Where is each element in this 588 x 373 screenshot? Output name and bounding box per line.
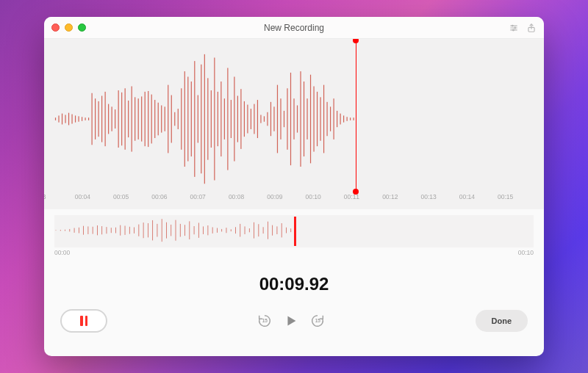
options-icon[interactable] <box>509 23 519 33</box>
controls-row: 15 15 Done <box>44 299 544 356</box>
svg-point-3 <box>512 25 513 26</box>
ruler-tick: 00:04 <box>75 193 90 200</box>
window-title: New Recording <box>44 23 544 33</box>
minimize-window-button[interactable] <box>65 23 73 32</box>
ruler-tick: 00:11 <box>344 193 359 200</box>
skip-forward-button[interactable]: 15 <box>309 313 326 329</box>
fullscreen-window-button[interactable] <box>78 23 86 32</box>
ruler-tick: 00:12 <box>382 193 398 200</box>
ruler-tick: 00:09 <box>267 193 282 200</box>
svg-point-5 <box>513 29 514 31</box>
waveform-main[interactable]: 300:0400:0500:0600:0700:0800:0900:1000:1… <box>44 39 544 209</box>
ruler-tick: 00:07 <box>190 193 206 200</box>
ruler-tick: 00:15 <box>498 193 513 200</box>
overview-start-label: 00:00 <box>54 249 70 256</box>
ruler-tick: 00:08 <box>229 193 244 200</box>
pause-icon <box>80 316 87 326</box>
overview-labels: 00:00 00:10 <box>54 249 534 256</box>
done-button[interactable]: Done <box>476 310 528 332</box>
transport-controls: 15 15 <box>257 313 326 329</box>
skip-back-seconds: 15 <box>257 313 273 329</box>
play-button[interactable] <box>283 313 299 329</box>
waveform-overview[interactable] <box>54 215 534 247</box>
skip-back-button[interactable]: 15 <box>257 313 273 329</box>
toolbar-icons <box>509 23 537 33</box>
ruler-tick: 00:10 <box>306 193 321 200</box>
time-ruler: 300:0400:0500:0600:0700:0800:0900:1000:1… <box>44 193 544 209</box>
ruler-tick: 00:14 <box>459 193 475 200</box>
ruler-tick: 00:13 <box>420 193 436 200</box>
share-icon[interactable] <box>526 23 537 33</box>
skip-fwd-seconds: 15 <box>309 313 326 329</box>
elapsed-time: 00:09.92 <box>44 274 544 294</box>
traffic-lights <box>51 23 86 32</box>
close-window-button[interactable] <box>51 23 60 32</box>
ruler-tick: 00:05 <box>113 193 129 200</box>
waveform-main-canvas <box>44 39 544 209</box>
overview-end-label: 00:10 <box>518 249 534 256</box>
voice-memos-window: New Recording 300:0400:0500: <box>44 17 544 356</box>
titlebar: New Recording <box>44 17 544 39</box>
ruler-tick: 00:06 <box>151 193 167 200</box>
svg-point-4 <box>514 27 516 29</box>
pause-button[interactable] <box>60 309 107 333</box>
playhead[interactable] <box>356 39 356 193</box>
ruler-tick: 3 <box>44 193 46 200</box>
overview-cursor[interactable] <box>294 217 296 246</box>
